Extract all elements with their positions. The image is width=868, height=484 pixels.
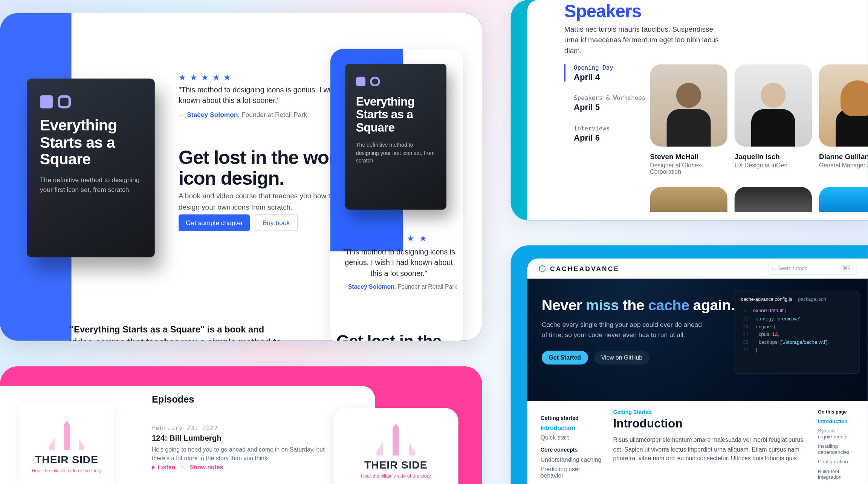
book-cover-icons: [356, 77, 436, 86]
sidebar-heading: Getting started: [541, 415, 604, 421]
episodes-heading: Episodes: [152, 394, 194, 405]
tab-date: April 4: [574, 72, 645, 81]
docs-card: CACHEADVANCE ⌕ Search docs ⌘K Never miss…: [511, 245, 868, 484]
author-role: , Founder at Retail Park: [394, 284, 457, 290]
testimonial-author: — Stacey Solomon, Founder at Retail Park: [339, 284, 458, 290]
sample-chapter-button[interactable]: Get sample chapter: [179, 214, 250, 231]
podcast-graphic-icon: [37, 417, 96, 450]
tab-label: Interviews: [574, 125, 645, 132]
otp-item[interactable]: System requirements: [818, 427, 863, 440]
book-cover-small: Everything Starts as a Square The defini…: [345, 64, 446, 210]
speaker-card[interactable]: [650, 187, 727, 212]
tab-label: Speakers & Workshops: [574, 95, 645, 101]
otp-item[interactable]: Introduction: [818, 418, 863, 424]
tab-opening-day[interactable]: Opening Day April 4: [564, 64, 646, 82]
get-started-button[interactable]: Get Started: [542, 351, 588, 365]
podcast-artwork: THEIR SIDE Hear the villain's side of th…: [19, 402, 115, 484]
book-cover-icons: [40, 95, 142, 109]
tab-workshops[interactable]: Speakers & Workshops April 5: [564, 95, 646, 112]
star-icon: ★: [394, 233, 403, 243]
card-surface: CACHEADVANCE ⌕ Search docs ⌘K Never miss…: [527, 259, 868, 484]
view-github-button[interactable]: View on GitHub: [594, 351, 649, 365]
code-tab[interactable]: package.json: [798, 296, 827, 303]
otp-heading: On this page: [818, 409, 863, 414]
speaker-photo: [650, 64, 727, 147]
code-tabs: cache-advance.config.jspackage.json: [741, 296, 853, 303]
speaker-card[interactable]: Jaquelin Isch UX Design at InGen: [735, 64, 812, 175]
sidebar-heading: Core concepts: [541, 447, 604, 453]
star-icon: ★: [223, 73, 232, 82]
book-cover-large: Everything Starts as a Square The defini…: [27, 79, 155, 257]
episode-title: 124: Bill Lumbergh: [152, 433, 222, 443]
speaker-grid: Steven McHail Designer at Globex Corpora…: [650, 64, 868, 175]
book-blurb: "Everything Starts as a Square" is a boo…: [70, 323, 284, 340]
sidebar-nav: Getting started Introduction Quick start…: [527, 401, 604, 484]
speaker-grid-row2: [650, 187, 868, 212]
book-title: Everything Starts as a Square: [40, 117, 142, 168]
podcast-brand: THEIR SIDE: [35, 453, 98, 466]
separator: /: [182, 464, 183, 470]
rounded-square-icon: [58, 95, 71, 109]
episode-actions: Listen / Show notes: [152, 464, 223, 470]
star-icon: ★: [190, 73, 198, 82]
search-icon: ⌕: [772, 265, 775, 271]
episode-description: He's going to need you to go ahead and c…: [152, 445, 339, 463]
speaker-photo: [650, 187, 727, 212]
docs-body: Getting started Introduction Quick start…: [527, 401, 868, 484]
speakers-subtext: Mattis nec turpis mauris faucibus. Suspe…: [564, 24, 725, 56]
testimonial-quote: "This method to designing icons is geniu…: [339, 247, 458, 279]
docs-hero: Never miss the cache again. Cache every …: [527, 279, 868, 401]
keyboard-shortcut: ⌘K: [840, 265, 853, 271]
breadcrumb: Getting Started: [613, 409, 808, 415]
speaker-card[interactable]: [819, 187, 868, 212]
book-subtitle: The definitive method to designing your …: [40, 175, 142, 195]
speaker-card[interactable]: Steven McHail Designer at Globex Corpora…: [650, 64, 727, 175]
star-icon: ★: [212, 73, 221, 82]
hero-subtext: Cache every single thing your app could …: [542, 320, 703, 340]
speaker-photo: [819, 187, 868, 212]
speakers-heading: Speakers: [564, 1, 642, 21]
speaker-photo: [819, 64, 868, 147]
icon-book-card: Everything Starts as a Square The defini…: [0, 13, 482, 341]
hexagon-icon: [538, 264, 546, 273]
tab-date: April 5: [574, 103, 645, 112]
otp-item[interactable]: Installing dependencies: [818, 443, 863, 455]
sidebar-item-introduction[interactable]: Introduction: [541, 425, 604, 431]
speaker-photo: [735, 64, 812, 147]
buy-book-button[interactable]: Buy book: [255, 214, 298, 231]
star-icon: ★: [419, 233, 428, 243]
sidebar-item-quickstart[interactable]: Quick start: [541, 434, 604, 441]
star-icon: ★: [407, 233, 416, 243]
square-filled-icon: [40, 95, 53, 109]
brand-logo[interactable]: CACHEADVANCE: [538, 264, 619, 273]
star-icon: ★: [370, 233, 379, 243]
sidebar-item-caching[interactable]: Understanding caching: [541, 456, 604, 463]
sidebar-item-predicting[interactable]: Predicting user behavior: [541, 466, 604, 479]
play-icon: [152, 465, 155, 470]
mobile-testimonial: ★ ★ ★ ★ ★ "This method to designing icon…: [339, 233, 458, 290]
speaker-card[interactable]: Dianne Guilianelli General Manager at In…: [819, 64, 868, 175]
on-this-page: On this page Introduction System require…: [818, 401, 868, 484]
search-input[interactable]: ⌕ Search docs ⌘K: [768, 262, 857, 274]
author-name: Stacey Solomon: [187, 111, 238, 118]
page-body: Risus ullamcorper elementum ornare males…: [613, 435, 808, 463]
podcast-tagline: Hear the villain's side of the story: [32, 468, 101, 473]
podcast-brand: THEIR SIDE: [364, 459, 428, 472]
otp-item[interactable]: Build-tool integration: [818, 468, 863, 480]
star-icon: ★: [179, 73, 187, 82]
otp-item[interactable]: Configuration: [818, 459, 863, 465]
page-title: Introduction: [613, 417, 808, 430]
author-name: Stacey Solomon: [348, 284, 394, 290]
book-subtitle: The definitive method to designing your …: [356, 141, 436, 165]
search-placeholder: Search docs: [777, 265, 807, 271]
tab-interviews[interactable]: Interviews April 6: [564, 125, 646, 142]
speaker-card[interactable]: [735, 187, 812, 212]
listen-link[interactable]: Listen: [158, 464, 176, 470]
star-icon: ★: [382, 233, 391, 243]
brand-text: CACHEADVANCE: [550, 265, 619, 272]
speaker-role: UX Design at InGen: [735, 162, 812, 168]
tab-label: Opening Day: [574, 64, 645, 71]
docs-header: CACHEADVANCE ⌕ Search docs ⌘K: [527, 259, 868, 279]
show-notes-link[interactable]: Show notes: [190, 464, 223, 470]
code-tab-active[interactable]: cache-advance.config.js: [741, 296, 792, 303]
